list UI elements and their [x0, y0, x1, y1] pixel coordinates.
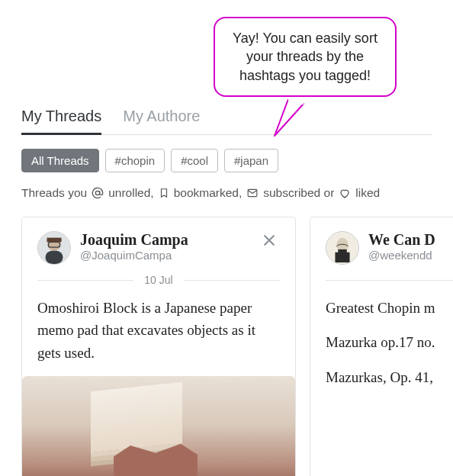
avatar[interactable] [326, 231, 359, 265]
author-block: We Can D @weekendd [368, 231, 453, 262]
author-handle: @JoaquimCampa [80, 249, 249, 262]
divider-line [184, 280, 280, 281]
help-line: Threads you unrolled, bookmarked, subscr… [21, 186, 432, 200]
heart-icon [339, 188, 351, 199]
thread-image[interactable] [22, 376, 295, 476]
help-unrolled: unrolled, [108, 186, 153, 200]
svg-rect-4 [46, 251, 63, 264]
author-handle: @weekendd [368, 249, 453, 262]
card-header: Joaquim Campa @JoaquimCampa [37, 231, 280, 265]
filter-chip-japan[interactable]: #japan [224, 149, 278, 172]
thread-text: Mazurkas, Op. 41, [326, 366, 453, 388]
bookmark-icon [159, 187, 169, 199]
divider-line [326, 280, 453, 281]
help-prefix: Threads you [21, 186, 87, 200]
author-display-name: Joaquim Campa [80, 231, 249, 249]
thread-date: 10 Jul [144, 274, 172, 286]
date-divider: 10 Jul [37, 274, 280, 286]
avatar[interactable] [37, 231, 71, 265]
filter-chip-chopin[interactable]: #chopin [105, 149, 165, 172]
filter-chip-row: All Threads #chopin #cool #japan [21, 149, 432, 172]
chip-label: All Threads [31, 154, 89, 167]
author-block: Joaquim Campa @JoaquimCampa [80, 231, 249, 262]
thread-text: Greatest Chopin m [326, 297, 453, 319]
tab-my-threads[interactable]: My Threads [21, 108, 101, 135]
svg-rect-9 [335, 252, 349, 262]
svg-rect-10 [338, 249, 346, 254]
tab-label: My Authore [123, 108, 200, 124]
tabs-row: My Threads My Authore [21, 107, 432, 135]
thread-body: Omoshiroi Block is a Japanese paper memo… [37, 297, 280, 364]
tab-my-authored[interactable]: My Authore [123, 108, 200, 135]
thread-body: Greatest Chopin m Mazurka op.17 no. Mazu… [326, 297, 453, 388]
speech-bubble-tail [273, 99, 319, 145]
date-divider: 22 [326, 274, 453, 286]
thread-cards-row: Joaquim Campa @JoaquimCampa 10 Jul Omosh… [21, 217, 432, 476]
chip-label: #chopin [115, 154, 156, 167]
mail-icon [246, 188, 259, 198]
divider-line [37, 280, 133, 281]
filter-chip-cool[interactable]: #cool [171, 149, 218, 172]
help-liked: liked [355, 186, 380, 200]
svg-rect-6 [47, 238, 61, 243]
svg-point-0 [96, 191, 100, 195]
tab-label: My Threads [21, 108, 101, 124]
card-header: We Can D @weekendd [326, 231, 453, 265]
thread-text: Omoshiroi Block is a Japanese paper memo… [37, 297, 280, 364]
thread-card[interactable]: Joaquim Campa @JoaquimCampa 10 Jul Omosh… [21, 217, 296, 476]
tip-text: Yay! You can easily sort your threads by… [233, 31, 378, 83]
filter-chip-all-threads[interactable]: All Threads [21, 149, 99, 172]
thread-card[interactable]: We Can D @weekendd 22 Greatest Chopin m … [310, 217, 453, 476]
chip-label: #cool [181, 154, 208, 167]
tip-speech-bubble: Yay! You can easily sort your threads by… [214, 17, 397, 97]
author-display-name: We Can D [368, 231, 453, 249]
close-icon[interactable] [259, 231, 280, 252]
help-bookmarked: bookmarked, [174, 186, 243, 200]
chip-label: #japan [234, 154, 268, 167]
at-icon [92, 187, 104, 199]
thread-text: Mazurka op.17 no. [326, 331, 453, 353]
help-subscribed: subscribed or [263, 186, 334, 200]
